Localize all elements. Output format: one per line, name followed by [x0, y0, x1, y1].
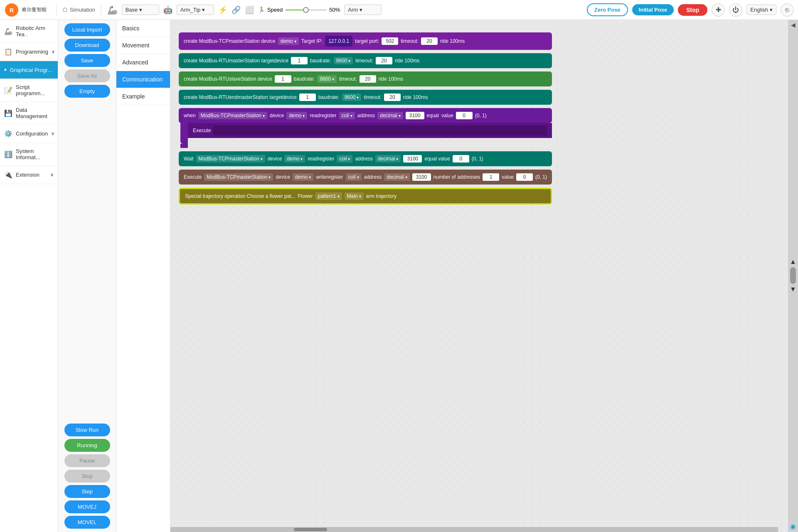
block-wait-decimal-dropdown[interactable]: decimal	[375, 155, 401, 163]
sidebar-item-data-mgmt[interactable]: 💾 Data Management	[0, 102, 58, 125]
block-when[interactable]: when ModBus-TCPmasterStation device demo…	[179, 108, 552, 123]
pause-button[interactable]: Pause	[64, 454, 110, 467]
config-icon: ⚙️	[4, 130, 12, 138]
block-exec-station-dropdown[interactable]: ModBus-TCPmasterStation	[204, 173, 273, 181]
running-button[interactable]: Running	[64, 439, 110, 452]
block-when-device-dropdown[interactable]: demo	[286, 112, 307, 119]
execute-body-area: Execute	[188, 123, 552, 138]
step-button[interactable]: Step	[64, 485, 110, 498]
cat-movement[interactable]: Movement	[116, 37, 170, 54]
block-tcp-port-input[interactable]	[382, 37, 398, 45]
block-traj-pattern-dropdown[interactable]: pattern1	[315, 192, 342, 200]
block-traj-main-dropdown[interactable]: Main	[345, 192, 364, 200]
zero-pose-button[interactable]: Zero Pose	[587, 3, 628, 16]
block-wait-addr-input[interactable]	[403, 155, 422, 163]
sidebar-item-script[interactable]: 📝 Script programm...	[0, 79, 58, 102]
bottom-scrollbar[interactable]	[170, 527, 778, 532]
movel-button[interactable]: MOVEL	[64, 516, 110, 529]
block-exec-device-dropdown[interactable]: demo	[293, 173, 313, 181]
cat-communication[interactable]: Communication	[116, 71, 170, 88]
empty-button[interactable]: Empty	[64, 85, 110, 98]
block-exec-value-input[interactable]	[516, 173, 533, 181]
block-execute-write[interactable]: Execute ModBus-TCPmasterStation device d…	[179, 170, 552, 185]
local-import-button[interactable]: Local Import	[64, 23, 110, 36]
block-wait-coil-dropdown[interactable]: coil	[337, 155, 352, 163]
block-exec-addr-input[interactable]	[412, 173, 431, 181]
block-slave-timeout-label: timeout:	[339, 76, 357, 82]
base-dropdown-label: Base	[126, 7, 138, 13]
download-button[interactable]: Download	[64, 39, 110, 52]
cube-icon[interactable]: ⬜	[245, 5, 254, 15]
sidebar-item-config[interactable]: ⚙️ Configuration ∨	[0, 125, 58, 143]
block-tcp-timeout-input[interactable]	[421, 37, 438, 45]
block-wait[interactable]: Wait ModBus-TCPmasterStation device demo…	[179, 151, 552, 166]
block-when-coil-dropdown[interactable]: coil	[339, 112, 355, 119]
workspace[interactable]: create ModBus-TCPmasterStation device de…	[170, 20, 788, 532]
block-wait-device-dropdown[interactable]: demo	[284, 155, 305, 163]
eye-icon[interactable]: ◉	[790, 522, 796, 530]
block-when-decimal-dropdown[interactable]: decimal	[377, 112, 403, 119]
scroll-up-button[interactable]: ▲	[790, 258, 796, 266]
stop-button[interactable]: Stop	[64, 470, 110, 483]
block-rtu-endmaster[interactable]: create ModBus-RTUendmasterStation target…	[179, 90, 552, 105]
block-rtu-slave[interactable]: create ModBus-RTUslaveStation device bau…	[179, 71, 552, 86]
block-slave-timeout-input[interactable]	[360, 75, 376, 83]
block-rtu-master[interactable]: create ModBus-RTUmasterStation targetdev…	[179, 53, 552, 68]
block-when-container: when ModBus-TCPmasterStation device demo…	[179, 108, 552, 148]
block-wait-value-input[interactable]	[453, 155, 469, 163]
block-rtu-baud-dropdown[interactable]: 9600	[334, 57, 353, 64]
link-icon[interactable]: 🔗	[232, 5, 241, 15]
bottom-scroll-thumb[interactable]	[294, 528, 327, 531]
block-exec-numaddr-input[interactable]	[483, 173, 499, 181]
block-endmaster-baud-dropdown[interactable]: 9600	[342, 94, 362, 101]
block-when-value-input[interactable]	[456, 112, 473, 119]
base-dropdown[interactable]: Base ▾	[122, 5, 159, 15]
block-slave-baud-dropdown[interactable]: 9600	[317, 75, 337, 83]
save-as-button[interactable]: Save As	[64, 69, 110, 82]
block-when-station-dropdown[interactable]: ModBus-TCPmasterStation	[198, 112, 267, 119]
scroll-thumb[interactable]	[790, 267, 796, 284]
sidebar-item-robotic-arm[interactable]: 🦾 Robotic Arm Tea .	[0, 20, 58, 43]
sidebar-item-system-info[interactable]: ℹ️ System Informat...	[0, 143, 58, 166]
logout-button[interactable]: ⎋	[781, 3, 794, 17]
cat-advanced[interactable]: Advanced	[116, 54, 170, 71]
block-exec-text: Execute	[184, 174, 202, 180]
initial-pose-button[interactable]: Initial Pose	[632, 4, 674, 15]
chevron-down-icon: ▾	[139, 7, 142, 13]
arm-dropdown[interactable]: Arm ▾	[344, 5, 382, 15]
power-button[interactable]: ⏻	[729, 3, 742, 17]
block-tcp-master[interactable]: create ModBus-TCPmasterStation device de…	[179, 32, 552, 50]
cat-example[interactable]: Example	[116, 88, 170, 105]
block-when-addr-input[interactable]	[406, 112, 424, 119]
speed-label: Speed	[267, 7, 283, 13]
add-button[interactable]: ✚	[712, 3, 725, 17]
arm-tip-dropdown[interactable]: Arm_Tip ▾	[177, 5, 214, 15]
block-tcp-device-dropdown[interactable]: demo	[278, 37, 299, 45]
movej-button[interactable]: MOVEJ	[64, 500, 110, 513]
block-special-traj[interactable]: Special trajectory operation Choose a fl…	[179, 188, 552, 204]
language-dropdown[interactable]: English ▾	[746, 5, 776, 15]
sidebar-item-extension[interactable]: 🔌 Extension ∨	[0, 166, 58, 184]
block-exec-addr-label: address	[364, 174, 382, 180]
slow-run-button[interactable]: Slow Run	[64, 424, 110, 436]
sidebar-item-programming[interactable]: 📋 Programming ∨	[0, 43, 58, 61]
block-wait-station-dropdown[interactable]: ModBus-TCPmasterStation	[196, 155, 265, 163]
arm-icon[interactable]: ⚡	[218, 5, 227, 15]
top-stop-button[interactable]: Stop	[678, 4, 707, 16]
block-exec-coil-dropdown[interactable]: coil	[346, 173, 362, 181]
scroll-up-arrow[interactable]: ◀	[791, 22, 796, 28]
sidebar-item-graphical[interactable]: ▪ Graphical Progr...	[0, 61, 58, 79]
block-endmaster-timeout-input[interactable]	[384, 94, 401, 101]
scroll-down-button[interactable]: ▼	[790, 286, 796, 293]
speed-slider[interactable]	[285, 9, 327, 11]
save-button[interactable]: Save	[64, 54, 110, 67]
block-rtu-device-input[interactable]	[291, 57, 308, 64]
block-endmaster-device-input[interactable]	[299, 94, 316, 101]
cat-basics[interactable]: Basics	[116, 20, 170, 37]
block-exec-decimal-dropdown[interactable]: decimal	[384, 173, 409, 181]
graphical-icon: ▪	[4, 66, 7, 74]
block-slave-device-input[interactable]	[275, 75, 291, 83]
block-rtu-timeout-input[interactable]	[376, 57, 392, 64]
execute-label-row: Execute	[188, 123, 552, 138]
svg-text:R: R	[10, 7, 14, 14]
